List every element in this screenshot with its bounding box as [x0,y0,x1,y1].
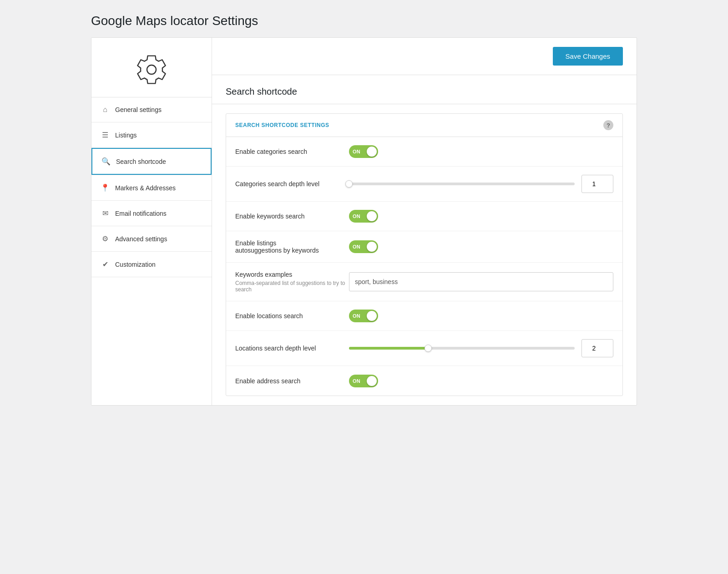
section-header: Search shortcode [212,75,637,104]
save-changes-button[interactable]: Save Changes [553,47,623,66]
setting-control [349,272,613,291]
setting-label: Enable keywords search [235,213,349,220]
search-icon: 🔍 [101,157,111,166]
help-icon[interactable]: ? [603,120,613,130]
gear-small-icon: ⚙ [101,234,110,243]
sidebar-item-label: Email notifications [115,210,167,217]
slider-track[interactable] [349,347,575,350]
toggle-enable-categories-search[interactable]: ON [349,145,378,158]
sidebar-item-markers-addresses[interactable]: 📍 Markers & Addresses [91,175,212,201]
sidebar-item-general-settings[interactable]: ⌂ General settings [91,97,212,122]
setting-control: ON [349,375,613,387]
slider-categories-depth [349,175,613,193]
panel-header: SEARCH SHORTCODE SETTINGS ? [226,114,622,137]
sidebar-nav: ⌂ General settings ☰ Listings 🔍 Search s… [91,97,212,277]
setting-row-enable-categories-search: Enable categories search ON [226,137,622,167]
setting-row-locations-depth: Locations search depth level [226,331,622,366]
setting-label: Categories search depth level [235,180,349,188]
toggle-enable-address-search[interactable]: ON [349,375,378,387]
setting-control: ON [349,210,613,223]
sidebar-item-label: Listings [115,132,136,139]
home-icon: ⌂ [101,106,110,114]
locations-depth-input[interactable] [581,339,613,357]
check-icon: ✔ [101,260,110,269]
setting-control [349,339,613,357]
slider-track[interactable] [349,183,575,185]
setting-row-enable-address-search: Enable address search ON [226,366,622,396]
top-bar: Save Changes [212,38,637,75]
page-title: Google Maps locator Settings [91,14,637,28]
main-content: Save Changes Search shortcode SEARCH SHO… [212,38,637,405]
setting-label: Enable locations search [235,312,349,320]
setting-label: Enable listings autosuggestions by keywo… [235,239,349,254]
toggle-enable-listings-autosuggestions[interactable]: ON [349,240,378,253]
sidebar-item-search-shortcode[interactable]: 🔍 Search shortcode [91,148,212,175]
keywords-examples-input[interactable] [349,272,613,291]
setting-control: ON [349,145,613,158]
sidebar-logo [91,38,212,97]
setting-control: ON [349,310,613,322]
sidebar-item-label: Advanced settings [115,235,167,243]
sidebar-item-email-notifications[interactable]: ✉ Email notifications [91,201,212,226]
envelope-icon: ✉ [101,209,110,218]
gear-icon [133,51,170,88]
toggle-enable-locations-search[interactable]: ON [349,310,378,322]
sidebar-item-listings[interactable]: ☰ Listings [91,122,212,148]
setting-row-enable-listings-autosuggestions: Enable listings autosuggestions by keywo… [226,231,622,263]
setting-label: Locations search depth level [235,345,349,352]
toggle-enable-keywords-search[interactable]: ON [349,210,378,223]
setting-label-with-desc: Keywords examples Comma-separated list o… [235,271,349,293]
setting-control [349,175,613,193]
panel-title: SEARCH SHORTCODE SETTINGS [235,122,329,128]
sidebar-item-label: Customization [115,261,156,268]
setting-label: Enable categories search [235,148,349,155]
setting-label: Enable address search [235,377,349,385]
section-title: Search shortcode [226,86,623,97]
slider-thumb[interactable] [345,180,353,188]
setting-control: ON [349,240,613,253]
setting-row-categories-depth: Categories search depth level [226,167,622,202]
slider-locations-depth [349,339,613,357]
setting-row-keywords-examples: Keywords examples Comma-separated list o… [226,263,622,301]
pin-icon: 📍 [101,183,110,192]
categories-depth-input[interactable] [581,175,613,193]
slider-thumb[interactable] [425,345,432,352]
sidebar-item-label: Markers & Addresses [115,184,176,192]
setting-row-enable-locations-search: Enable locations search ON [226,301,622,331]
settings-panel: SEARCH SHORTCODE SETTINGS ? Enable categ… [226,113,623,396]
sidebar: ⌂ General settings ☰ Listings 🔍 Search s… [91,38,212,405]
sidebar-item-label: Search shortcode [116,158,166,165]
list-icon: ☰ [101,131,110,139]
sidebar-item-customization[interactable]: ✔ Customization [91,252,212,277]
sidebar-item-advanced-settings[interactable]: ⚙ Advanced settings [91,226,212,252]
setting-row-enable-keywords-search: Enable keywords search ON [226,202,622,231]
sidebar-item-label: General settings [115,106,162,113]
